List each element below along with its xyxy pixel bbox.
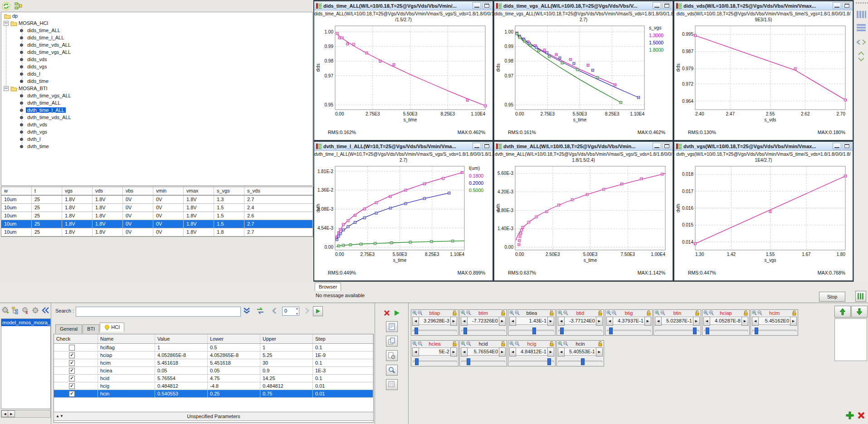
plot-titlebar[interactable]: dids_time_ALL(W/L=10/0.18,T=25@Vgs/Vds/V… <box>314 1 493 10</box>
tree-item[interactable]: dids_time_ALL <box>1 27 312 34</box>
tree-item-dvth_time_ALL[interactable]: dvth_time_ALL <box>26 100 62 106</box>
tree-item[interactable]: dvth_time_vgs_ALL <box>1 92 312 99</box>
tab-hci[interactable]: HCI <box>100 323 124 332</box>
tree-item-dvth_time_vgs_ALL[interactable]: dvth_time_vgs_ALL <box>26 93 73 98</box>
checkbox-checked[interactable]: ✓ <box>69 376 75 381</box>
tile-vertical-icon[interactable] <box>854 10 868 19</box>
checkbox-checked[interactable]: ✓ <box>69 352 75 358</box>
slider-track[interactable] <box>413 330 457 332</box>
column-header-value[interactable]: Value <box>155 334 208 343</box>
forward-arrow-icon[interactable] <box>303 307 311 314</box>
param-lower[interactable]: 0.05 <box>208 367 260 374</box>
tree-item-dids_l[interactable]: dids_l <box>26 71 42 77</box>
param-upper[interactable]: 30 <box>260 359 313 366</box>
tree-item[interactable]: dids_time_vds_ALL <box>1 41 312 48</box>
tree-item[interactable]: dids_time <box>1 77 312 85</box>
slider-inc-icon[interactable]: ▶ <box>450 317 457 326</box>
param-lower[interactable]: 0.25 <box>208 390 260 397</box>
sync-icon[interactable] <box>256 307 265 315</box>
param-step[interactable]: 0.1 <box>313 359 373 366</box>
checkbox-checked[interactable]: ✓ <box>69 368 75 374</box>
clear-icon[interactable] <box>383 309 390 317</box>
slider-thumb[interactable] <box>547 358 551 365</box>
slider-track[interactable] <box>461 330 505 332</box>
param-value[interactable]: 0.05 <box>155 367 208 374</box>
column-header-t[interactable]: t <box>32 187 62 195</box>
zoom-icon[interactable] <box>386 365 398 376</box>
tree-item-dvth_time_l_ALL[interactable]: dvth_time_l_ALL <box>26 107 66 113</box>
remove-model-icon[interactable]: x <box>21 306 30 315</box>
param-upper[interactable]: 5.25 <box>260 352 313 359</box>
checkbox-checked[interactable]: ✓ <box>69 360 75 366</box>
column-header-lower[interactable]: Lower <box>208 334 260 343</box>
maximize-icon[interactable] <box>483 2 491 9</box>
lock-icon[interactable] <box>549 341 554 347</box>
lock-icon[interactable] <box>501 341 506 347</box>
stop-button[interactable]: Stop <box>819 292 845 302</box>
minimize-icon[interactable] <box>653 143 661 149</box>
minimize-icon[interactable] <box>833 143 841 149</box>
maximize-icon[interactable] <box>663 143 671 149</box>
plot-canvas[interactable]: 0.9950.9870.9790.9720.9642.402.472.552.6… <box>674 24 853 141</box>
minimize-icon[interactable] <box>473 143 481 149</box>
hierarchy-icon[interactable] <box>14 1 23 10</box>
up-down-icons[interactable] <box>854 51 868 63</box>
plot-canvas[interactable]: 1.000.990.980.970.950.002.75E35.50E38.25… <box>314 24 493 141</box>
lock-icon[interactable] <box>646 310 651 316</box>
spin-up-icon[interactable]: ▲ <box>296 307 298 310</box>
slider-dec-icon[interactable]: ◀ <box>412 347 419 357</box>
column-header-vbs[interactable]: vbs <box>123 187 153 195</box>
tree-item[interactable]: dids_vds <box>1 56 312 63</box>
tree-item-dvth_time_vds_ALL[interactable]: dvth_time_vds_ALL <box>26 115 73 120</box>
slider-track[interactable] <box>752 330 796 332</box>
column-header-check[interactable]: Check <box>54 334 98 343</box>
model-settings-icon[interactable] <box>31 306 40 315</box>
minimize-icon[interactable] <box>653 2 661 9</box>
slider-dec-icon[interactable]: ◀ <box>461 317 468 326</box>
param-step[interactable]: 0.01 <box>313 382 373 390</box>
param-upper[interactable]: 14.25 <box>260 375 313 382</box>
slider-track[interactable] <box>510 330 554 332</box>
param-step[interactable]: 1E-9 <box>313 352 373 359</box>
condition-row[interactable]: 10um251.8V1.8V0V0V1.8V1.82.7 <box>1 228 313 236</box>
chevrons-down-icon[interactable] <box>242 307 251 315</box>
tree-item[interactable]: dvth_time_ALL <box>1 99 312 106</box>
param-upper[interactable]: 1 <box>260 344 313 351</box>
go-button[interactable] <box>313 306 323 316</box>
tab-bti[interactable]: BTI <box>83 324 99 333</box>
param-upper[interactable]: 0.484812 <box>260 382 313 390</box>
condition-row[interactable]: 10um251.8V1.8V0V0V1.8V1.52.4 <box>1 204 313 212</box>
param-footer[interactable]: ▲▼ Unspecified Parameters <box>54 412 374 421</box>
model-tree-icon[interactable] <box>11 306 20 315</box>
condition-row[interactable]: 10um251.8V1.8V0V0V1.8V1.32.7 <box>1 196 313 204</box>
slider-dec-icon[interactable]: ◀ <box>509 317 516 326</box>
tree-item[interactable]: dids_time_l_ALL <box>1 34 312 41</box>
param-row-hcig[interactable]: ✓hcig0.484812-4.80.4848120.01 <box>54 382 373 390</box>
slider-inc-icon[interactable]: ▶ <box>596 317 603 326</box>
param-step[interactable]: 0.1 <box>313 344 373 351</box>
param-lower[interactable]: 5.451618 <box>208 359 260 366</box>
tree-item-dvth_l[interactable]: dvth_l <box>26 136 42 142</box>
tree-item-dvth_vgs[interactable]: dvth_vgs <box>26 129 49 135</box>
tree-item-dids_time_vgs_ALL[interactable]: dids_time_vgs_ALL <box>26 49 72 55</box>
move-up-button[interactable] <box>834 306 851 318</box>
run-icon[interactable] <box>393 309 400 317</box>
param-upper[interactable]: 0.9 <box>260 367 313 374</box>
tree-item[interactable]: dvth_time_vds_ALL <box>1 114 312 121</box>
lock-icon[interactable] <box>792 310 797 316</box>
param-lower[interactable]: 0.5 <box>208 344 260 351</box>
slider-thumb[interactable] <box>581 358 585 365</box>
slider-thumb[interactable] <box>693 328 697 334</box>
tree-item[interactable]: dvth_vgs <box>1 128 312 135</box>
slider-thumb[interactable] <box>560 328 564 334</box>
slider-track[interactable] <box>558 361 602 363</box>
param-row-hciap[interactable]: ✓hciap4.052865E-84.052865E-85.251E-9 <box>54 352 373 359</box>
tree-item[interactable]: dvth_l <box>1 135 312 143</box>
slider-thumb[interactable] <box>609 328 613 334</box>
tree-item[interactable]: dids_l <box>1 70 312 77</box>
minimize-icon[interactable] <box>833 2 841 9</box>
tree-item-dids_time_ALL[interactable]: dids_time_ALL <box>26 28 62 33</box>
param-row-hcin[interactable]: ✓hcin0.5405530.250.750.01 <box>54 390 373 398</box>
slider-track[interactable] <box>655 330 699 332</box>
param-value[interactable]: 0.540553 <box>155 390 208 397</box>
